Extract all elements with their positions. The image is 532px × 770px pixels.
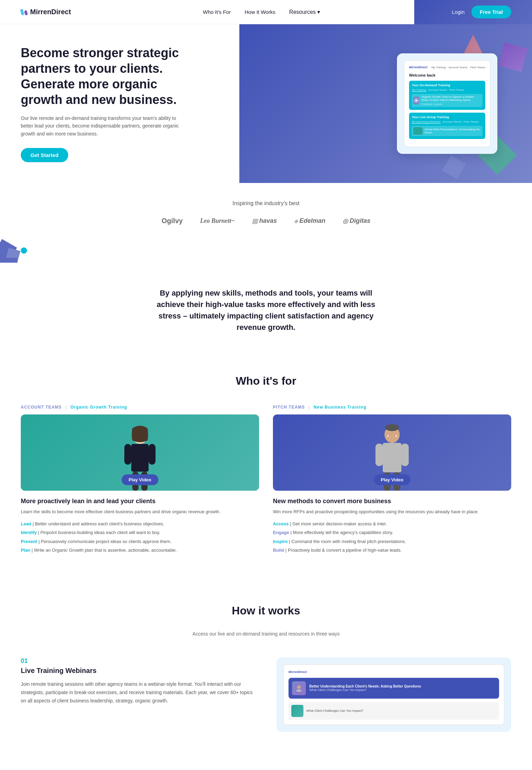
nav-how-it-works[interactable]: How It Works [245,9,275,15]
mockup-live-group-card: Your Live Group Training All Upcoming We… [409,113,485,139]
video-person-icon [295,685,302,692]
how-mockup-card: Better Understanding Each Client's Needs… [289,678,499,699]
mockup-nav: My Training Account Teams Pitch Teams [432,66,485,69]
who-heading-account: More proactively lean in and lead your c… [21,498,259,505]
brand-edelman: Edelman [294,217,325,225]
brands-logos: Ogilvy Leo Burnett~ havas Edelman Digita… [21,217,511,225]
who-video-thumb-account[interactable]: Play Video [21,414,259,491]
svg-point-16 [395,435,397,437]
who-tag-pitch: PITCH TEAMS | New Business Training [273,405,511,410]
mockup-live-title: Virtual Pitch Presentations: Commanding … [425,128,481,134]
how-section-title: How it works [21,604,511,617]
svg-rect-11 [401,444,409,466]
mockup-live-video-item: Virtual Pitch Presentations: Commanding … [412,126,482,136]
mockup-header: MirrenDirect My Training Account Teams P… [409,65,485,69]
who-list-account: Lead | Better understand and address eac… [21,520,259,554]
mockup-live-thumbnail [413,127,423,135]
brand-havas: havas [252,217,277,225]
mockup-welcome-text: Welcome back [409,73,485,77]
svg-rect-4 [124,444,131,465]
how-content: 01 Live Training Webinars Join remote tr… [21,657,511,732]
play-icon [414,98,419,103]
mockup-wrapper: MirrenDirect My Training Account Teams P… [397,53,497,154]
brand-leo-burnett: Leo Burnett~ [200,217,235,225]
get-started-button[interactable]: Get Started [21,148,68,162]
hero-section: Become stronger strategic partners to yo… [0,24,532,183]
list-item: Inspire | Command the room with riveting… [273,538,511,545]
svg-rect-10 [375,444,383,466]
how-step-number: 01 [21,657,256,665]
how-mockup-avatar [292,681,306,695]
mockup-live-tabs: All Upcoming Webinars Account Teams Pitc… [412,120,482,124]
list-item: Plan | Write an Organic Growth plan that… [21,547,259,554]
play-video-button-account[interactable]: Play Video [122,474,158,485]
mockup-tabs: My Training Account Teams Pitch Teams [412,88,482,92]
mockup-on-demand-title: Your On-Demand Training [412,84,482,87]
how-mockup-text: Better Understanding Each Client's Needs… [309,684,421,692]
hero-mockup: MirrenDirect My Training Account Teams P… [397,53,497,154]
who-column-pitch-teams: PITCH TEAMS | New Business Training Play… [273,405,511,556]
logo[interactable]: MirrenDirect [21,8,71,16]
how-mockup-screen: MirrenDirect Better Understanding Each C… [283,664,504,725]
how-mockup-small-text: What Client Challenges Can You Impact? [306,709,363,712]
free-trial-button[interactable]: Free Trial [471,6,511,18]
nav-resources-dropdown[interactable]: Resources ▾ [289,9,320,15]
who-section-title: Who it's for [21,375,511,387]
tagline-section: By applying new skills, methods and tool… [0,266,532,354]
brands-title: Inspiring the industry's best [21,200,511,207]
mockup-video-thumbnail [413,97,419,104]
brands-section: Inspiring the industry's best Ogilvy Leo… [0,183,532,242]
footer-spacer [0,760,532,770]
nav-actions: Login Free Trial [452,6,511,18]
who-grid: ACCOUNT TEAMS | Organic Growth Training … [21,405,511,556]
list-item: Engage | More effectively tell the agenc… [273,529,511,536]
mockup-screen: MirrenDirect My Training Account Teams P… [404,60,490,147]
nav-links: Who It's For How It Works Resources ▾ [203,9,320,15]
who-list-pitch: Access | Get more senior decision-maker … [273,520,511,554]
how-step-content: 01 Live Training Webinars Join remote tr… [21,657,256,705]
list-item: Access | Get more senior decision-maker … [273,520,511,527]
logo-text: MirrenDirect [30,8,71,16]
who-video-thumb-pitch[interactable]: Play Video [273,414,511,491]
svg-rect-5 [149,444,156,465]
hero-content: Become stronger strategic partners to yo… [21,45,180,162]
how-mockup-small-card: What Client Challenges Can You Impact? [289,702,499,720]
svg-point-15 [387,435,389,437]
mockup-continue-label: Continue Lesson [421,103,481,106]
logo-icon [21,9,27,15]
mockup-video-item: Organic Growth: How to Capture a Greater… [412,94,482,107]
how-mockup-header: MirrenDirect [289,670,499,674]
how-step-desc: Join remote training sessions with other… [21,680,256,705]
how-mockup-small-avatar [291,705,303,717]
how-section: How it works Access our live and on-dema… [0,577,532,760]
mockup-on-demand-card: Your On-Demand Training My Training Acco… [409,81,485,110]
decorative-left-shapes [0,239,532,266]
mockup-logo: MirrenDirect [409,65,427,69]
svg-rect-18 [296,690,301,692]
how-mockup: MirrenDirect Better Understanding Each C… [276,657,511,732]
svg-rect-9 [383,443,401,472]
mockup-video-title: Organic Growth: How to Capture a Greater… [421,95,481,102]
list-item: Build | Proactively build & convert a pi… [273,547,511,554]
nav-who-its-for[interactable]: Who It's For [203,9,231,15]
hero-heading: Become stronger strategic partners to yo… [21,45,180,107]
tagline-text: By applying new skills, methods and tool… [152,287,380,333]
hero-body: Our live remote and on-demand training t… [21,114,180,138]
brand-digitas: Digitas [343,217,370,225]
svg-point-17 [297,685,301,689]
login-button[interactable]: Login [452,9,465,15]
chevron-down-icon: ▾ [317,9,320,15]
who-desc-account: Learn the skills to become more effectiv… [21,508,259,516]
small-diamond-shape [442,156,466,179]
list-item: Identify | Pinpoint business-building id… [21,529,259,536]
brand-ogilvy: Ogilvy [162,217,183,225]
play-video-button-pitch[interactable]: Play Video [374,474,410,485]
who-desc-pitch: Win more RFPs and proactive prospecting … [273,508,511,516]
deco-rect [0,258,17,263]
mockup-live-group-title: Your Live Group Training [412,115,482,119]
who-tag-account: ACCOUNT TEAMS | Organic Growth Training [21,405,259,410]
svg-rect-3 [131,444,149,472]
who-column-account-teams: ACCOUNT TEAMS | Organic Growth Training … [21,405,259,556]
who-heading-pitch: New methods to convert more business [273,498,511,505]
how-section-subtitle: Access our live and on-demand training a… [21,631,511,637]
